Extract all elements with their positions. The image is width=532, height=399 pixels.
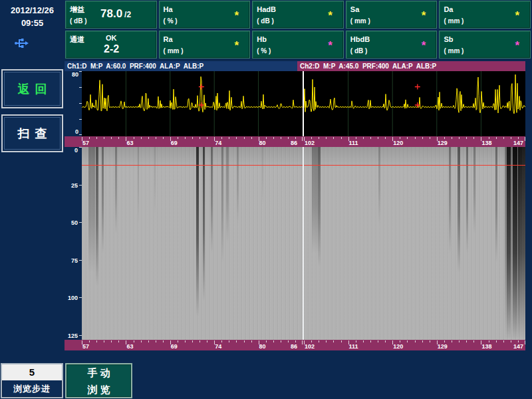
ruler-minor-tick bbox=[489, 340, 489, 342]
ruler-minor-tick bbox=[407, 137, 408, 139]
param-label: Da bbox=[444, 5, 453, 13]
ruler-minor-tick bbox=[118, 137, 119, 139]
ruler-tick-label: 147 bbox=[513, 343, 523, 350]
gain-divisor: /2 bbox=[124, 10, 131, 19]
channel-status: OK bbox=[106, 34, 117, 42]
ruler-minor-tick bbox=[511, 340, 511, 342]
ruler-minor-tick bbox=[288, 340, 289, 342]
datetime-block: 2012/12/26 09:55 bbox=[0, 0, 65, 60]
bscan-axis-label: 25 bbox=[66, 182, 78, 189]
ruler-major-tick bbox=[302, 137, 303, 141]
ruler-minor-tick bbox=[311, 340, 312, 342]
bscan-axis-label: 75 bbox=[66, 257, 78, 264]
ruler-minor-tick bbox=[363, 340, 364, 342]
ruler-minor-tick bbox=[444, 137, 445, 139]
ruler-minor-tick bbox=[385, 340, 386, 342]
param-star: * bbox=[235, 39, 239, 53]
ruler-minor-tick bbox=[326, 340, 327, 342]
ruler-minor-tick bbox=[141, 340, 142, 342]
manual-label: 手动 bbox=[66, 364, 131, 381]
bscan-streak bbox=[262, 147, 263, 205]
browse-label: 浏览 bbox=[66, 381, 131, 398]
ruler-tick-label: 120 bbox=[393, 343, 403, 350]
param-star: * bbox=[515, 39, 519, 53]
bscan-streak bbox=[518, 147, 522, 340]
browse-step-label: 浏览步进 bbox=[2, 380, 62, 397]
ruler-tick-label: 102 bbox=[305, 140, 315, 146]
param-label: HbdB bbox=[350, 35, 370, 43]
ruler-tick-label: 57 bbox=[82, 140, 89, 146]
param-cell-hbdb: HbdB( dB ) * bbox=[346, 31, 438, 59]
ruler-minor-tick bbox=[518, 137, 519, 139]
ruler-minor-tick bbox=[422, 340, 423, 342]
ruler-minor-tick bbox=[251, 340, 252, 342]
ruler-minor-tick bbox=[430, 340, 430, 342]
ruler-minor-tick bbox=[273, 137, 274, 139]
bscan-streak bbox=[312, 147, 318, 253]
param-star: * bbox=[422, 9, 426, 23]
ruler-minor-tick bbox=[178, 340, 178, 342]
ruler-minor-tick bbox=[118, 340, 119, 342]
bscan-channel2 bbox=[304, 147, 525, 340]
ruler-minor-tick bbox=[341, 340, 342, 342]
bscan-streak bbox=[466, 147, 468, 253]
ruler-minor-tick bbox=[104, 340, 104, 342]
ruler-minor-tick bbox=[185, 340, 186, 342]
param-unit: ( % ) bbox=[164, 17, 178, 25]
ruler-minor-tick bbox=[207, 340, 207, 342]
param-cell-hb: Hb( % ) * bbox=[252, 31, 344, 59]
manual-browse-button[interactable]: 手动 浏览 bbox=[65, 363, 132, 398]
ruler-minor-tick bbox=[266, 340, 267, 342]
ruler-minor-tick bbox=[415, 137, 416, 139]
ruler-minor-tick bbox=[430, 137, 430, 139]
ruler-major-tick bbox=[525, 137, 525, 141]
param-unit: ( mm ) bbox=[444, 17, 464, 25]
gain-cell[interactable]: 增益( dB ) 78.0/2 bbox=[65, 1, 157, 29]
channel1-header: Ch1:D M:P A:60.0 PRF:400 ALA:P ALB:P bbox=[65, 61, 297, 71]
ruler-minor-tick bbox=[503, 340, 504, 342]
ruler-tick-label: 138 bbox=[481, 140, 491, 146]
ruler-minor-tick bbox=[134, 340, 134, 342]
bscan-streak bbox=[203, 147, 205, 301]
bscan-streak bbox=[196, 147, 199, 317]
instrument-screen: 2012/12/26 09:55 增益( dB ) 78.0/2 Ha( % )… bbox=[0, 0, 532, 399]
ruler-minor-tick bbox=[422, 137, 423, 139]
back-button[interactable]: 返回 bbox=[1, 69, 63, 108]
bscan-axis-label: 125 bbox=[66, 332, 78, 339]
bscan-depth-axis: 0255075100125 bbox=[65, 147, 82, 340]
ruler-minor-tick bbox=[385, 137, 386, 139]
param-cell-sa: Sa( mm ) * bbox=[346, 1, 438, 29]
param-star: * bbox=[328, 39, 332, 53]
ruler-minor-tick bbox=[452, 137, 452, 139]
scan-button[interactable]: 扫查 bbox=[1, 114, 63, 152]
ruler-minor-tick bbox=[244, 137, 245, 139]
ruler-minor-tick bbox=[156, 137, 156, 139]
browse-step-button[interactable]: 5 浏览步进 bbox=[1, 363, 63, 398]
ruler-major-tick bbox=[302, 340, 303, 344]
ruler-major-tick bbox=[525, 340, 525, 344]
bscan-streak bbox=[211, 147, 213, 253]
ruler-minor-tick bbox=[273, 340, 274, 342]
ruler-tick-label: 57 bbox=[82, 343, 89, 350]
bscan-streak bbox=[378, 147, 380, 224]
param-cell-ra: Ra( mm ) * bbox=[159, 31, 251, 59]
bscan-streak bbox=[88, 147, 95, 273]
ruler-minor-tick bbox=[281, 137, 281, 139]
ruler-minor-tick bbox=[378, 340, 378, 342]
time-text: 09:55 bbox=[0, 17, 65, 30]
ruler-minor-tick bbox=[295, 137, 296, 139]
ruler-top-ch1: 576369748086 bbox=[82, 136, 303, 147]
bscan-streak bbox=[226, 147, 229, 243]
ruler-tick-label: 69 bbox=[171, 343, 178, 350]
ruler-minor-tick bbox=[415, 340, 416, 342]
ruler-minor-tick bbox=[163, 340, 164, 342]
param-label: Hb bbox=[257, 35, 267, 43]
ascan-channel2 bbox=[304, 71, 525, 136]
ruler-tick-label: 102 bbox=[305, 343, 315, 350]
param-unit: ( dB ) bbox=[350, 47, 368, 55]
ruler-minor-tick bbox=[341, 137, 342, 139]
ruler-tick-label: 63 bbox=[126, 140, 133, 146]
channel-cell[interactable]: 通道 OK 2-2 bbox=[65, 31, 157, 59]
ruler-minor-tick bbox=[444, 340, 445, 342]
bscan-streak bbox=[522, 147, 525, 340]
